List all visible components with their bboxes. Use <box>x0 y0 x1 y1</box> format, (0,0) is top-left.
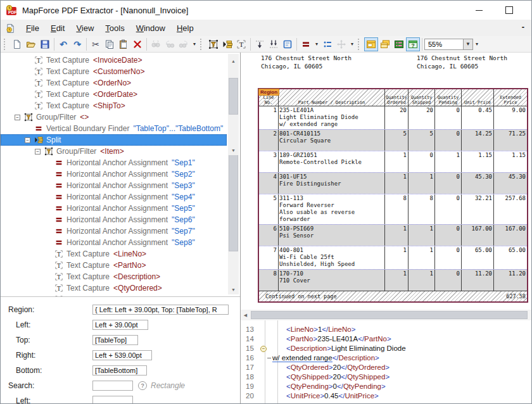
menu-help[interactable]: Help <box>171 22 200 35</box>
scrollbar-thumb[interactable] <box>251 311 528 319</box>
cell-line-no: 4 <box>259 173 279 194</box>
maximize-button[interactable] <box>498 2 520 18</box>
text-capture-icon: T <box>34 90 43 99</box>
tree-item-value: "Sep1" <box>172 158 195 167</box>
tree-item-text-capture[interactable]: TText Capture<QtyOrdered> <box>1 282 227 294</box>
property-field-top[interactable]: [TableTop] <box>92 335 138 345</box>
mdi-minimize-button[interactable]: - <box>519 22 528 32</box>
scroll-up-icon[interactable]: ▲ <box>228 56 239 66</box>
menu-view[interactable]: View <box>70 22 99 35</box>
anchor-dropdown-icon[interactable]: ▾ <box>313 37 320 51</box>
boundary-finders-button[interactable] <box>267 37 281 51</box>
tree-item-horizontal-anchor-assignment[interactable]: Horizontal Anchor Assignment"Sep2" <box>1 168 227 180</box>
menu-edit[interactable]: Edit <box>45 22 70 35</box>
code-text: <QtyShipped>20</QtyShipped> <box>241 372 531 382</box>
address-block: 176 Chestnut Street North Chicago, IL 60… <box>261 54 352 70</box>
toggle-design-view-button[interactable] <box>364 37 378 51</box>
properties-scrollbar[interactable]: ▲ ▼ <box>228 56 239 155</box>
tree-item-text-capture[interactable]: TText Capture<LineNo> <box>1 248 227 260</box>
tree-item-label: Text Capture <box>66 295 110 297</box>
horizontal-anchor-button[interactable] <box>299 37 313 51</box>
toggle-list-view-button[interactable] <box>392 37 406 51</box>
property-field-right[interactable]: Left + 539.00pt <box>92 350 152 360</box>
define-region-button[interactable] <box>281 37 294 51</box>
move-dropdown-icon[interactable]: ▾ <box>348 37 356 51</box>
tree-item-text-capture[interactable]: TText Capture<CustomerNo> <box>1 66 227 77</box>
tree-item-group-filter[interactable]: −Group/Filter<> <box>1 111 227 123</box>
scroll-left-icon[interactable]: ◀ <box>241 310 250 320</box>
zoom-dropdown-icon[interactable]: ▼ <box>464 39 473 50</box>
menu-window[interactable]: Window <box>130 22 171 35</box>
scroll-down-icon[interactable]: ▼ <box>228 285 239 294</box>
tree-item-text-capture[interactable]: TText Capture<QtyShipped> <box>1 294 227 297</box>
toggle-preview-pane-button[interactable]: ? <box>406 37 420 51</box>
open-file-button[interactable] <box>24 37 38 51</box>
tree-item-text-capture[interactable]: TText Capture<InvoiceDate> <box>1 54 227 66</box>
toolbar-separator <box>86 38 87 51</box>
property-field-left[interactable] <box>92 396 133 404</box>
menu-tools[interactable]: Tools <box>99 22 130 35</box>
cell-part-description: 801-CR410115Circular Square <box>279 130 385 151</box>
tree-expander-icon[interactable]: − <box>35 149 41 155</box>
copy-button[interactable] <box>103 37 117 51</box>
tree-expander-icon[interactable]: − <box>25 137 30 143</box>
tree-item-text-capture[interactable]: TText Capture<Description> <box>1 271 227 282</box>
add-group-filter-button[interactable] <box>206 37 220 51</box>
text-capture-icon: T <box>54 272 63 282</box>
new-file-button[interactable] <box>10 37 24 51</box>
menu-file[interactable]: File <box>20 22 45 35</box>
tree-item-horizontal-anchor-assignment[interactable]: Horizontal Anchor Assignment"Sep1" <box>1 157 227 168</box>
pdf-preview[interactable]: 176 Chestnut Street North Chicago, IL 60… <box>241 53 531 310</box>
tree-item-split[interactable]: −Split <box>1 134 227 146</box>
cell-qty-pending: 0 <box>435 246 462 269</box>
property-field-bottom[interactable]: [TableBottom] <box>92 365 147 376</box>
paste-button[interactable] <box>117 37 130 51</box>
cell-extended-price: 11.20 <box>494 270 527 291</box>
property-field-left[interactable]: Left + 39.00pt <box>92 320 148 330</box>
scrollbar-thumb[interactable] <box>229 78 238 115</box>
tree-item-group-filter[interactable]: −Group/Filter<Item> <box>1 146 227 157</box>
add-text-capture-button[interactable]: T <box>234 37 248 51</box>
tree-item-horizontal-anchor-assignment[interactable]: Horizontal Anchor Assignment"Sep6" <box>1 214 227 225</box>
tag-bracket: < <box>286 373 291 381</box>
tree-item-horizontal-anchor-assignment[interactable]: Horizontal Anchor Assignment"Sep4" <box>1 191 227 203</box>
tree-item-label: Horizontal Anchor Assignment <box>66 193 168 201</box>
tree-item-text-capture[interactable]: TText Capture<ShipTo> <box>1 100 227 111</box>
tree-item-vertical-boundary-finder[interactable]: Vertical Boundary Finder"TableTop"..."Ta… <box>1 123 227 134</box>
undo-button[interactable]: ↶ <box>56 37 70 51</box>
tree-item-horizontal-anchor-assignment[interactable]: Horizontal Anchor Assignment"Sep5" <box>1 203 227 214</box>
zoom-level-combobox[interactable]: 55% <box>424 39 464 50</box>
find-options-dropdown-icon[interactable]: ▾ <box>191 37 198 51</box>
zoom-options-dropdown-icon[interactable]: ▾ <box>473 37 481 51</box>
vertical-boundary-finder-button[interactable] <box>253 37 267 51</box>
tree-item-text-capture[interactable]: TText Capture<OrderDate> <box>1 89 227 100</box>
cell-extended-price: 1.15 <box>494 151 527 172</box>
tree-item-horizontal-anchor-assignment[interactable]: Horizontal Anchor Assignment"Sep3" <box>1 180 227 191</box>
scroll-down-icon[interactable]: ▼ <box>228 146 239 155</box>
tree-item-value: <OrderNo> <box>93 79 131 87</box>
tree-item-text-capture[interactable]: TText Capture<OrderNo> <box>1 77 227 89</box>
minimize-button[interactable] <box>468 2 490 18</box>
property-field-search[interactable] <box>92 381 133 391</box>
tree-item-text-capture[interactable]: TText Capture<PartNo> <box>1 260 227 271</box>
xml-text-view[interactable]: 13<LineNo>1</LineNo>14<PartNo>235-LE401A… <box>241 320 531 403</box>
delete-button[interactable] <box>130 37 144 51</box>
tree-item-horizontal-anchor-assignment[interactable]: Horizontal Anchor Assignment"Sep8" <box>1 237 227 248</box>
tree-item-label: Text Capture <box>66 261 110 270</box>
pdf-horizontal-scrollbar[interactable]: ◀ <box>241 310 531 320</box>
cell-extended-price: 257.68 <box>494 194 527 224</box>
toggle-cascade-view-button[interactable] <box>378 37 392 51</box>
cut-button[interactable]: ✂ <box>89 37 103 51</box>
anchor-assignments-button[interactable] <box>320 37 334 51</box>
save-file-button[interactable] <box>38 37 52 51</box>
add-split-button[interactable] <box>220 37 234 51</box>
help-icon[interactable]: ? <box>138 381 147 390</box>
invoice-table-region[interactable]: Region Line No.Part Number / Description… <box>258 88 528 303</box>
app-pdf-icon: PDF <box>6 4 17 16</box>
redo-button[interactable]: ↷ <box>70 37 84 51</box>
tree-item-horizontal-anchor-assignment[interactable]: Horizontal Anchor Assignment"Sep7" <box>1 225 227 237</box>
tag-bracket: </ <box>332 354 339 362</box>
property-field-region[interactable]: { Left: Left + 39.00pt, Top: [TableTop],… <box>92 305 229 315</box>
tree-expander-icon[interactable]: − <box>15 115 20 120</box>
cell-line-no: 1 <box>259 106 279 129</box>
